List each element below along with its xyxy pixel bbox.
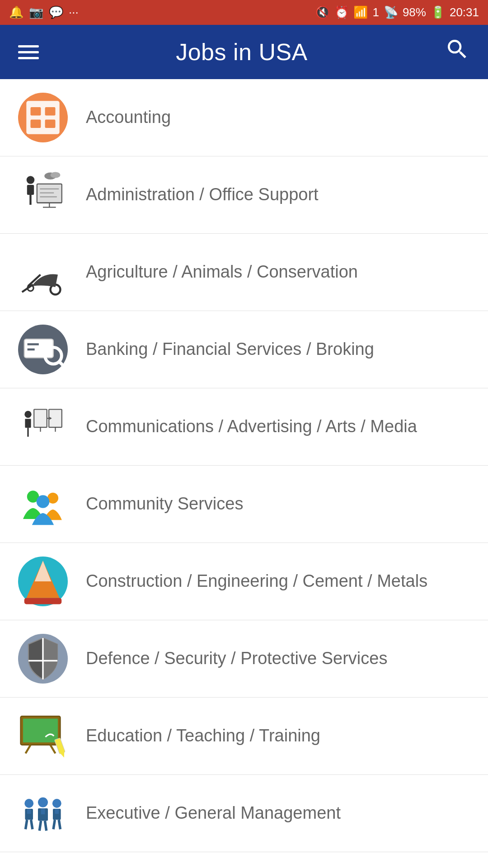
communications-label: Communications / Advertising / Arts / Me…	[86, 415, 417, 438]
app-bar: Jobs in USA	[0, 25, 488, 79]
svg-rect-2	[45, 107, 56, 115]
svg-line-59	[31, 820, 33, 829]
svg-rect-1	[31, 107, 41, 115]
category-list: Accounting Adminis	[0, 79, 488, 868]
svg-rect-54	[41, 808, 45, 814]
sim-icon: 1	[372, 5, 379, 19]
svg-point-26	[24, 411, 31, 418]
list-item[interactable]: Executive / General Management	[0, 775, 488, 852]
list-item[interactable]: Banking / Financial Services / Broking	[0, 311, 488, 388]
svg-rect-3	[31, 120, 41, 128]
list-item[interactable]: Education / Teaching / Training	[0, 698, 488, 775]
battery-icon: 🔋	[431, 5, 445, 19]
executive-label: Executive / General Management	[86, 802, 341, 824]
svg-line-45	[26, 745, 31, 754]
page-title: Jobs in USA	[176, 38, 308, 66]
svg-point-49	[24, 799, 33, 808]
svg-rect-29	[34, 410, 47, 428]
svg-rect-51	[27, 809, 31, 814]
banking-label: Banking / Financial Services / Broking	[86, 338, 374, 360]
svg-line-60	[39, 821, 41, 831]
agriculture-icon	[18, 247, 68, 297]
svg-rect-44	[23, 719, 58, 743]
svg-point-9	[51, 172, 61, 178]
mute-icon: 🔇	[315, 5, 330, 19]
svg-rect-10	[37, 184, 62, 203]
battery-text: 98%	[403, 5, 426, 19]
status-right-icons: 🔇 ⏰ 📶 1 📡 98% 🔋 20:31	[315, 5, 479, 19]
list-item[interactable]: HR / Recruitment / Staffing	[0, 852, 488, 868]
svg-line-63	[59, 820, 60, 829]
community-label: Community Services	[86, 493, 243, 515]
search-button[interactable]	[445, 37, 470, 67]
svg-point-52	[38, 797, 48, 807]
svg-point-55	[52, 799, 61, 808]
status-left-icons: 🔔 📷 💬 ···	[9, 5, 79, 19]
svg-line-62	[53, 820, 55, 829]
admin-label: Administration / Office Support	[86, 184, 319, 206]
agriculture-label: Agriculture / Animals / Conservation	[86, 261, 358, 283]
banking-icon	[18, 325, 68, 374]
wifi-icon: 📶	[353, 5, 368, 19]
community-icon	[18, 479, 68, 529]
defence-label: Defence / Security / Protective Services	[86, 647, 387, 670]
notification-icon: 🔔	[9, 5, 23, 19]
status-bar: 🔔 📷 💬 ··· 🔇 ⏰ 📶 1 📡 98% 🔋 20:31	[0, 0, 488, 25]
svg-line-61	[45, 821, 46, 831]
svg-line-25	[60, 362, 66, 368]
svg-point-37	[37, 495, 50, 508]
construction-icon	[18, 557, 68, 606]
svg-line-46	[51, 745, 56, 754]
svg-marker-39	[35, 561, 52, 581]
admin-icon	[18, 170, 68, 220]
construction-label: Construction / Engineering / Cement / Me…	[86, 570, 427, 592]
list-item[interactable]: Agriculture / Animals / Conservation	[0, 234, 488, 311]
hr-icon	[18, 866, 68, 868]
list-item[interactable]: Defence / Security / Protective Services	[0, 620, 488, 698]
svg-rect-4	[45, 120, 56, 128]
executive-icon	[18, 788, 68, 838]
signal-icon: 📡	[384, 5, 398, 19]
list-item[interactable]: Communications / Advertising / Arts / Me…	[0, 388, 488, 466]
svg-line-58	[26, 820, 27, 829]
svg-point-5	[27, 176, 35, 184]
education-label: Education / Teaching / Training	[86, 725, 320, 747]
svg-rect-57	[55, 809, 59, 814]
photo-icon: 📷	[29, 5, 43, 19]
communications-icon	[18, 402, 68, 452]
list-item[interactable]: Administration / Office Support	[0, 156, 488, 234]
alarm-icon: ⏰	[334, 5, 349, 19]
menu-button[interactable]	[18, 45, 39, 59]
defence-icon	[18, 634, 68, 684]
list-item[interactable]: Construction / Engineering / Cement / Me…	[0, 543, 488, 620]
accounting-icon	[18, 93, 68, 142]
svg-rect-0	[26, 101, 59, 134]
svg-rect-27	[25, 419, 31, 428]
svg-rect-6	[27, 185, 34, 195]
accounting-label: Accounting	[86, 106, 171, 128]
message-icon: 💬	[49, 5, 63, 19]
list-item[interactable]: Accounting	[0, 79, 488, 156]
time: 20:31	[450, 5, 479, 19]
more-icon: ···	[69, 5, 79, 19]
svg-rect-40	[24, 598, 62, 604]
education-icon	[18, 711, 68, 761]
list-item[interactable]: Community Services	[0, 466, 488, 543]
